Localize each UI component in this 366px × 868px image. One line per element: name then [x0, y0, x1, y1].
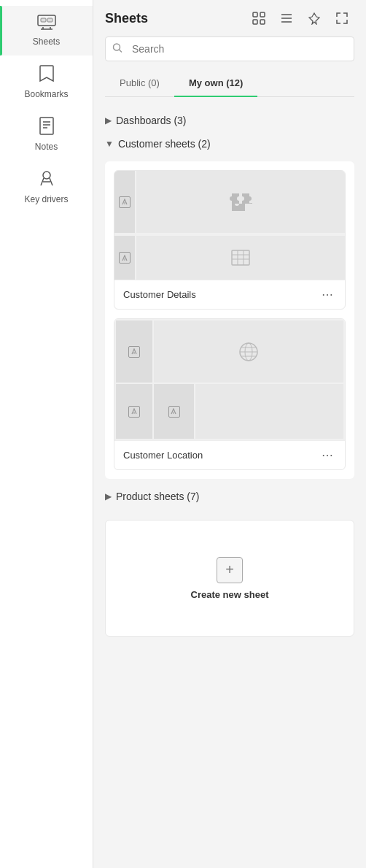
expand-button[interactable] — [330, 6, 354, 31]
svg-point-18 — [114, 44, 120, 50]
svg-rect-22 — [232, 250, 249, 265]
main-content: Sheets — [93, 0, 366, 868]
tabs: Public (0) My own (12) — [105, 70, 354, 97]
customer-details-name: Customer Details — [123, 289, 196, 300]
svg-rect-11 — [253, 12, 257, 17]
content-area: ▶ Dashboards (3) ▼ Customer sheets (2) — [93, 97, 366, 868]
search-icon — [112, 43, 122, 55]
svg-rect-2 — [47, 18, 52, 22]
page-title: Sheets — [105, 11, 148, 26]
dashboards-section-title: Dashboards (3) — [116, 115, 187, 126]
svg-line-19 — [120, 50, 122, 53]
svg-rect-12 — [260, 12, 265, 17]
customer-location-footer: Customer Location ⋯ — [114, 440, 345, 469]
customer-location-card[interactable]: Customer Location ⋯ — [114, 318, 346, 470]
list-view-button[interactable] — [274, 6, 299, 31]
bookmarks-icon — [39, 64, 55, 86]
svg-rect-1 — [41, 18, 46, 22]
sidebar: Sheets Bookmarks Notes Key drive — [0, 0, 93, 868]
search-input[interactable] — [105, 37, 354, 61]
sidebar-item-key-drivers[interactable]: Key drivers — [0, 161, 93, 213]
sheets-icon — [37, 15, 56, 34]
sidebar-item-key-drivers-label: Key drivers — [24, 194, 68, 204]
customer-details-card[interactable]: Customer Details ⋯ — [114, 170, 346, 310]
product-sheets-section-header[interactable]: ▶ Product sheets (7) — [105, 485, 354, 508]
customer-details-more-button[interactable]: ⋯ — [319, 288, 336, 302]
customer-location-more-button[interactable]: ⋯ — [319, 448, 336, 462]
sidebar-item-notes-label: Notes — [35, 142, 58, 152]
tab-my-own[interactable]: My own (12) — [174, 70, 257, 97]
svg-rect-13 — [253, 20, 257, 24]
sidebar-item-sheets[interactable]: Sheets — [0, 6, 93, 55]
search-bar — [105, 37, 354, 61]
create-plus-icon: + — [217, 557, 243, 583]
sidebar-item-sheets-label: Sheets — [33, 37, 60, 47]
customer-details-thumbnail — [114, 171, 345, 280]
key-drivers-icon — [38, 169, 55, 191]
header: Sheets — [93, 0, 366, 37]
header-actions — [246, 6, 354, 31]
sidebar-item-notes[interactable]: Notes — [0, 108, 93, 161]
sidebar-item-bookmarks[interactable]: Bookmarks — [0, 55, 93, 108]
customer-sheets-section-title: Customer sheets (2) — [118, 138, 211, 150]
pin-button[interactable] — [302, 6, 327, 31]
customer-location-name: Customer Location — [123, 450, 203, 461]
customer-details-footer: Customer Details ⋯ — [114, 280, 345, 309]
tab-public[interactable]: Public (0) — [105, 70, 174, 97]
sidebar-item-bookmarks-label: Bookmarks — [24, 89, 68, 99]
svg-point-10 — [43, 172, 50, 179]
product-sheets-section-title: Product sheets (7) — [116, 491, 199, 502]
create-sheet-label: Create new sheet — [191, 589, 269, 600]
create-sheet-card[interactable]: + Create new sheet — [105, 520, 354, 637]
svg-rect-14 — [260, 20, 265, 24]
dashboards-chevron-icon: ▶ — [105, 115, 112, 126]
customer-location-thumbnail — [114, 319, 345, 440]
product-sheets-chevron-icon: ▶ — [105, 491, 112, 502]
customer-sheets-group: Customer Details ⋯ — [105, 161, 354, 479]
customer-sheets-chevron-icon: ▼ — [105, 139, 114, 149]
svg-rect-6 — [40, 118, 53, 134]
customer-sheets-section-header[interactable]: ▼ Customer sheets (2) — [105, 132, 354, 155]
dashboards-section-header[interactable]: ▶ Dashboards (3) — [105, 109, 354, 132]
grid-view-button[interactable] — [246, 6, 271, 31]
notes-icon — [39, 117, 55, 139]
